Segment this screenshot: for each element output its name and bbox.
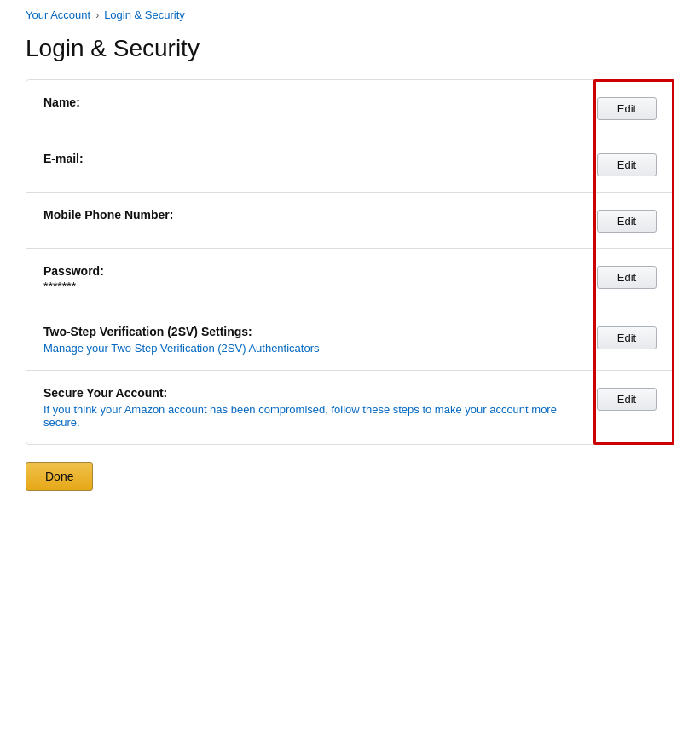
security-card: Name:EditE-mail:EditMobile Phone Number:… xyxy=(26,79,674,445)
row-description-secure: If you think your Amazon account has bee… xyxy=(43,403,580,429)
row-secure: Secure Your Account:If you think your Am… xyxy=(26,371,674,444)
row-content-password: Password:******* xyxy=(43,264,597,293)
edit-button-2sv[interactable]: Edit xyxy=(597,326,657,349)
breadcrumb-current: Login & Security xyxy=(104,9,185,21)
breadcrumb: Your Account › Login & Security xyxy=(26,9,674,21)
row-description-2sv: Manage your Two Step Verification (2SV) … xyxy=(43,342,580,355)
row-edit-2sv: Edit xyxy=(597,325,657,349)
row-content-name: Name: xyxy=(43,95,597,109)
edit-button-phone[interactable]: Edit xyxy=(597,210,657,233)
row-content-secure: Secure Your Account:If you think your Am… xyxy=(43,386,597,429)
edit-button-email[interactable]: Edit xyxy=(597,153,657,176)
row-phone: Mobile Phone Number:Edit xyxy=(26,193,674,249)
edit-button-secure[interactable]: Edit xyxy=(597,388,657,411)
row-edit-phone: Edit xyxy=(597,208,657,233)
row-name: Name:Edit xyxy=(26,80,674,136)
row-label-email: E-mail: xyxy=(43,152,580,165)
breadcrumb-separator: › xyxy=(95,9,99,21)
row-label-phone: Mobile Phone Number: xyxy=(43,208,580,222)
row-password: Password:*******Edit xyxy=(26,249,674,309)
row-label-name: Name: xyxy=(43,95,580,109)
row-email: E-mail:Edit xyxy=(26,136,674,193)
edit-button-name[interactable]: Edit xyxy=(597,97,657,120)
row-edit-secure: Edit xyxy=(597,386,657,411)
done-button[interactable]: Done xyxy=(26,462,93,491)
row-content-email: E-mail: xyxy=(43,152,597,165)
row-edit-email: Edit xyxy=(597,152,657,176)
row-2sv: Two-Step Verification (2SV) Settings:Man… xyxy=(26,309,674,371)
row-content-phone: Mobile Phone Number: xyxy=(43,208,597,222)
row-label-password: Password: xyxy=(43,264,580,278)
card-wrapper: Name:EditE-mail:EditMobile Phone Number:… xyxy=(26,79,674,445)
row-label-secure: Secure Your Account: xyxy=(43,386,580,400)
edit-button-password[interactable]: Edit xyxy=(597,266,657,289)
row-label-2sv: Two-Step Verification (2SV) Settings: xyxy=(43,325,580,338)
row-content-2sv: Two-Step Verification (2SV) Settings:Man… xyxy=(43,325,597,355)
row-value-password: ******* xyxy=(43,280,580,293)
row-edit-password: Edit xyxy=(597,264,657,289)
breadcrumb-your-account[interactable]: Your Account xyxy=(26,9,90,21)
page-title: Login & Security xyxy=(26,35,674,62)
row-edit-name: Edit xyxy=(597,95,657,120)
